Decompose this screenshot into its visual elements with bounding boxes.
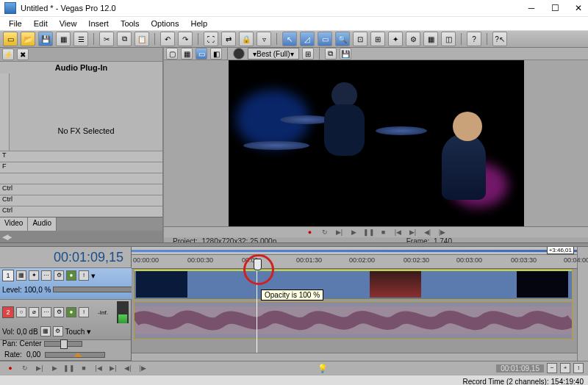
chain-button[interactable]: ⚡: [2, 48, 14, 60]
toolbar-btn-2[interactable]: ⊞: [370, 32, 385, 46]
stop-button[interactable]: ■: [378, 227, 390, 237]
menu-view[interactable]: View: [54, 18, 83, 29]
plugin-scroll[interactable]: [0, 73, 10, 151]
normal-edit-tool[interactable]: ↖: [282, 32, 297, 46]
track-fx-icon[interactable]: ⋯: [41, 270, 51, 281]
h-scrollbar[interactable]: [132, 353, 577, 361]
bypass-button[interactable]: ✖: [17, 48, 29, 60]
prev-frame-button[interactable]: ◀|: [122, 363, 134, 373]
help-button[interactable]: ?: [467, 32, 481, 46]
save-button[interactable]: 💾: [38, 32, 53, 46]
cursor-timecode[interactable]: 00:01:09,15: [496, 364, 544, 373]
play-button[interactable]: ▶: [348, 227, 360, 237]
track-number[interactable]: 1: [2, 270, 14, 281]
toolbar-btn-4[interactable]: ⚙: [406, 32, 420, 46]
loop-button[interactable]: ↻: [319, 227, 331, 237]
copy-snapshot-button[interactable]: ⧉: [325, 48, 337, 60]
zoom-in-icon[interactable]: +: [560, 363, 570, 373]
dock-arrow-icon[interactable]: ◀▸: [2, 232, 12, 242]
solo-icon[interactable]: !: [79, 270, 89, 281]
menu-tools[interactable]: Tools: [115, 18, 146, 29]
lock-button[interactable]: 🔒: [239, 32, 254, 46]
zoom-tool[interactable]: 🔍: [335, 32, 350, 46]
vol-fx-icon[interactable]: ▦: [40, 326, 51, 337]
next-frame-button[interactable]: |▶: [437, 227, 448, 237]
close-button[interactable]: ✕: [573, 3, 584, 13]
record-button[interactable]: ●: [4, 363, 16, 373]
new-button[interactable]: ▭: [3, 32, 18, 46]
time-ruler[interactable]: 00:00:00 00:00:30 00:01: 00:01:30 00:02:…: [132, 255, 577, 269]
track-motion-icon[interactable]: ✦: [29, 270, 39, 281]
envelope-tool[interactable]: ◿: [300, 32, 315, 46]
menu-options[interactable]: Options: [146, 18, 185, 29]
track-menu-icon[interactable]: ▾: [91, 271, 96, 281]
go-end-button[interactable]: ▶|: [107, 363, 119, 373]
audio-clip[interactable]: [134, 301, 573, 339]
toolbar-btn-5[interactable]: ▦: [423, 32, 438, 46]
ext-monitor-button[interactable]: ▢: [166, 48, 178, 60]
toolbar-btn-1[interactable]: ⊡: [353, 32, 368, 46]
tab-audio[interactable]: Audio: [28, 217, 57, 231]
touch-select[interactable]: Touch: [65, 328, 85, 336]
render-button[interactable]: ▦: [56, 32, 71, 46]
marker-bar[interactable]: +3:46,01: [132, 247, 577, 255]
toolbar-btn-6[interactable]: ◫: [441, 32, 456, 46]
go-start-button[interactable]: |◀: [392, 227, 404, 237]
redo-button[interactable]: ↷: [178, 32, 193, 46]
marker-button[interactable]: ▿: [257, 32, 271, 46]
track-number[interactable]: 2: [2, 306, 14, 318]
menu-file[interactable]: File: [3, 18, 28, 29]
pause-button[interactable]: ❚❚: [363, 227, 375, 237]
loop-button[interactable]: ↻: [19, 363, 31, 373]
pan-slider[interactable]: [44, 341, 82, 347]
record-button[interactable]: ●: [304, 227, 316, 237]
auto-ripple-button[interactable]: ⇄: [221, 32, 236, 46]
overlays-button[interactable]: ⊞: [302, 48, 314, 60]
toolbar-btn-3[interactable]: ✦: [388, 32, 403, 46]
automation-icon[interactable]: ⚙: [54, 270, 64, 281]
prev-frame-button[interactable]: ◀|: [422, 227, 434, 237]
play-start-button[interactable]: ▶|: [34, 363, 46, 373]
audio-track-header[interactable]: 2 ○ ⌀ ⋯ ⚙ ● ! -Inf. Vol: 0,0 dB ▦ ⚙ Touc…: [0, 300, 131, 340]
open-button[interactable]: 📂: [21, 32, 35, 46]
automation-icon[interactable]: ⚙: [54, 307, 64, 317]
video-output-fx-button[interactable]: ▦: [181, 48, 193, 60]
split-screen-button[interactable]: ◧: [210, 48, 222, 60]
mute-icon[interactable]: ●: [66, 307, 76, 317]
menu-help[interactable]: Help: [184, 18, 213, 29]
play-start-button[interactable]: ▶|: [334, 227, 345, 237]
solo-icon[interactable]: !: [79, 307, 89, 317]
snap-button[interactable]: ⛶: [204, 32, 218, 46]
end-marker[interactable]: +3:46,01: [547, 247, 574, 254]
selection-tool[interactable]: ▭: [318, 32, 332, 46]
next-frame-button[interactable]: |▶: [137, 363, 148, 373]
bypass-motion-icon[interactable]: ▦: [16, 270, 26, 281]
video-clip[interactable]: [134, 269, 573, 300]
mute-icon[interactable]: ●: [66, 270, 76, 281]
invert-phase-icon[interactable]: ⌀: [29, 307, 39, 317]
paste-button[interactable]: 📋: [135, 32, 149, 46]
save-snapshot-button[interactable]: 💾: [340, 48, 351, 60]
minimize-button[interactable]: ─: [526, 3, 537, 13]
maximize-button[interactable]: ☐: [550, 3, 560, 13]
timeline[interactable]: +3:46,01 00:00:00 00:00:30 00:01: 00:01:…: [132, 247, 577, 361]
cut-button[interactable]: ✂: [99, 32, 114, 46]
copy-button[interactable]: ⧉: [117, 32, 132, 46]
menu-insert[interactable]: Insert: [82, 18, 115, 29]
arm-record-icon[interactable]: ○: [16, 307, 26, 317]
menu-edit[interactable]: Edit: [28, 18, 54, 29]
rate-slider[interactable]: [45, 352, 105, 358]
track-lanes[interactable]: Opacity is 100 %: [132, 269, 577, 353]
go-end-button[interactable]: ▶|: [407, 227, 419, 237]
track-fx-icon[interactable]: ⋯: [41, 307, 51, 317]
zoom-out-icon[interactable]: −: [547, 363, 557, 373]
stop-button[interactable]: ■: [78, 363, 90, 373]
play-button[interactable]: ▶: [49, 363, 60, 373]
go-start-button[interactable]: |◀: [93, 363, 104, 373]
preview-device-button[interactable]: ▭: [196, 48, 207, 60]
timecode-display[interactable]: 00:01:09,15: [0, 247, 131, 268]
preview-quality-select[interactable]: ▾ Best (Full) ▾: [248, 48, 299, 60]
tab-video[interactable]: Video: [0, 217, 28, 231]
whats-this-button[interactable]: ?↖: [492, 32, 507, 46]
undo-button[interactable]: ↶: [160, 32, 175, 46]
